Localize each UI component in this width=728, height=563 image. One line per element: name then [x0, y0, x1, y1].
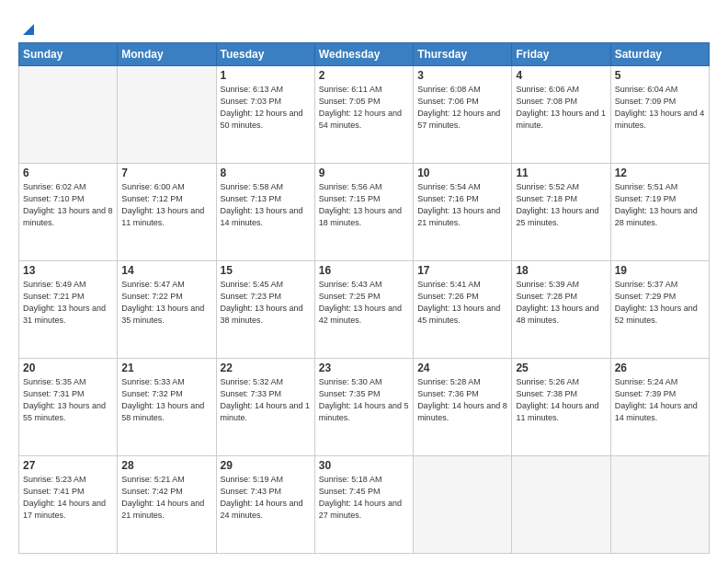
day-number: 11: [516, 167, 606, 179]
day-number: 7: [121, 167, 211, 179]
day-number: 15: [221, 264, 311, 277]
table-row: 3Sunrise: 6:08 AM Sunset: 7:06 PM Daylig…: [414, 66, 512, 164]
day-number: 23: [319, 362, 409, 374]
day-info: Sunrise: 5:35 AM Sunset: 7:31 PM Dayligh…: [23, 376, 113, 424]
table-row: 26Sunrise: 5:24 AM Sunset: 7:39 PM Dayli…: [610, 359, 709, 456]
day-info: Sunrise: 5:39 AM Sunset: 7:28 PM Dayligh…: [516, 279, 606, 327]
day-info: Sunrise: 5:49 AM Sunset: 7:21 PM Dayligh…: [23, 279, 113, 327]
table-row: [414, 456, 512, 554]
day-info: Sunrise: 6:06 AM Sunset: 7:08 PM Dayligh…: [516, 84, 606, 132]
day-number: 24: [417, 362, 507, 374]
day-info: Sunrise: 6:02 AM Sunset: 7:10 PM Dayligh…: [23, 181, 113, 229]
table-row: 19Sunrise: 5:37 AM Sunset: 7:29 PM Dayli…: [610, 261, 709, 359]
day-info: Sunrise: 5:45 AM Sunset: 7:23 PM Dayligh…: [221, 279, 311, 327]
day-info: Sunrise: 5:58 AM Sunset: 7:13 PM Dayligh…: [221, 181, 311, 229]
table-row: 29Sunrise: 5:19 AM Sunset: 7:43 PM Dayli…: [216, 456, 314, 554]
calendar-week-row: 1Sunrise: 6:13 AM Sunset: 7:03 PM Daylig…: [19, 66, 710, 164]
day-number: 30: [319, 459, 409, 472]
table-row: 30Sunrise: 5:18 AM Sunset: 7:45 PM Dayli…: [314, 456, 413, 554]
table-row: 20Sunrise: 5:35 AM Sunset: 7:31 PM Dayli…: [19, 359, 118, 456]
table-row: 18Sunrise: 5:39 AM Sunset: 7:28 PM Dayli…: [512, 261, 610, 359]
day-info: Sunrise: 5:23 AM Sunset: 7:41 PM Dayligh…: [23, 474, 113, 522]
calendar-header-row: Sunday Monday Tuesday Wednesday Thursday…: [19, 43, 710, 66]
day-number: 18: [516, 264, 606, 277]
logo: [18, 20, 36, 37]
table-row: 12Sunrise: 5:51 AM Sunset: 7:19 PM Dayli…: [610, 164, 709, 261]
day-number: 29: [221, 459, 311, 472]
table-row: 5Sunrise: 6:04 AM Sunset: 7:09 PM Daylig…: [610, 66, 709, 164]
header: [18, 17, 710, 37]
day-info: Sunrise: 5:26 AM Sunset: 7:38 PM Dayligh…: [516, 376, 606, 424]
day-number: 16: [319, 264, 409, 277]
table-row: 21Sunrise: 5:33 AM Sunset: 7:32 PM Dayli…: [118, 359, 216, 456]
table-row: 17Sunrise: 5:41 AM Sunset: 7:26 PM Dayli…: [414, 261, 512, 359]
table-row: 9Sunrise: 5:56 AM Sunset: 7:15 PM Daylig…: [314, 164, 413, 261]
table-row: [512, 456, 610, 554]
day-number: 17: [417, 264, 507, 277]
day-number: 27: [23, 459, 113, 472]
table-row: 8Sunrise: 5:58 AM Sunset: 7:13 PM Daylig…: [216, 164, 314, 261]
table-row: [19, 66, 118, 164]
table-row: 2Sunrise: 6:11 AM Sunset: 7:05 PM Daylig…: [314, 66, 413, 164]
day-info: Sunrise: 5:33 AM Sunset: 7:32 PM Dayligh…: [121, 376, 211, 424]
calendar-week-row: 6Sunrise: 6:02 AM Sunset: 7:10 PM Daylig…: [19, 164, 710, 261]
col-monday: Monday: [118, 43, 216, 66]
day-info: Sunrise: 5:47 AM Sunset: 7:22 PM Dayligh…: [121, 279, 211, 327]
day-number: 14: [121, 264, 211, 277]
day-number: 13: [23, 264, 113, 277]
col-sunday: Sunday: [19, 43, 118, 66]
table-row: 25Sunrise: 5:26 AM Sunset: 7:38 PM Dayli…: [512, 359, 610, 456]
calendar-table: Sunday Monday Tuesday Wednesday Thursday…: [18, 42, 710, 554]
col-thursday: Thursday: [414, 43, 512, 66]
day-number: 2: [319, 69, 409, 82]
day-number: 3: [417, 69, 507, 82]
day-number: 20: [23, 362, 113, 374]
day-number: 6: [23, 167, 113, 179]
table-row: 24Sunrise: 5:28 AM Sunset: 7:36 PM Dayli…: [414, 359, 512, 456]
day-info: Sunrise: 5:28 AM Sunset: 7:36 PM Dayligh…: [417, 376, 507, 424]
day-info: Sunrise: 5:32 AM Sunset: 7:33 PM Dayligh…: [221, 376, 311, 424]
day-number: 5: [615, 69, 705, 82]
table-row: 7Sunrise: 6:00 AM Sunset: 7:12 PM Daylig…: [118, 164, 216, 261]
calendar-week-row: 20Sunrise: 5:35 AM Sunset: 7:31 PM Dayli…: [19, 359, 710, 456]
col-tuesday: Tuesday: [216, 43, 314, 66]
day-info: Sunrise: 5:43 AM Sunset: 7:25 PM Dayligh…: [319, 279, 409, 327]
table-row: [610, 456, 709, 554]
day-info: Sunrise: 5:41 AM Sunset: 7:26 PM Dayligh…: [417, 279, 507, 327]
day-info: Sunrise: 5:37 AM Sunset: 7:29 PM Dayligh…: [615, 279, 705, 327]
day-number: 25: [516, 362, 606, 374]
col-wednesday: Wednesday: [314, 43, 413, 66]
table-row: 1Sunrise: 6:13 AM Sunset: 7:03 PM Daylig…: [216, 66, 314, 164]
day-info: Sunrise: 5:21 AM Sunset: 7:42 PM Dayligh…: [121, 474, 211, 522]
day-info: Sunrise: 5:24 AM Sunset: 7:39 PM Dayligh…: [615, 376, 705, 424]
day-info: Sunrise: 5:52 AM Sunset: 7:18 PM Dayligh…: [516, 181, 606, 229]
day-number: 12: [615, 167, 705, 179]
col-friday: Friday: [512, 43, 610, 66]
table-row: 10Sunrise: 5:54 AM Sunset: 7:16 PM Dayli…: [414, 164, 512, 261]
day-number: 10: [417, 167, 507, 179]
logo-triangle-icon: [21, 22, 36, 37]
day-number: 22: [221, 362, 311, 374]
day-number: 28: [121, 459, 211, 472]
day-info: Sunrise: 6:04 AM Sunset: 7:09 PM Dayligh…: [615, 84, 705, 132]
table-row: 6Sunrise: 6:02 AM Sunset: 7:10 PM Daylig…: [19, 164, 118, 261]
table-row: 15Sunrise: 5:45 AM Sunset: 7:23 PM Dayli…: [216, 261, 314, 359]
calendar-week-row: 27Sunrise: 5:23 AM Sunset: 7:41 PM Dayli…: [19, 456, 710, 554]
day-info: Sunrise: 6:11 AM Sunset: 7:05 PM Dayligh…: [319, 84, 409, 132]
day-number: 1: [221, 69, 311, 82]
page: Sunday Monday Tuesday Wednesday Thursday…: [0, 0, 728, 563]
day-number: 26: [615, 362, 705, 374]
table-row: [118, 66, 216, 164]
day-info: Sunrise: 6:08 AM Sunset: 7:06 PM Dayligh…: [417, 84, 507, 132]
day-number: 8: [221, 167, 311, 179]
day-info: Sunrise: 5:18 AM Sunset: 7:45 PM Dayligh…: [319, 474, 409, 522]
table-row: 11Sunrise: 5:52 AM Sunset: 7:18 PM Dayli…: [512, 164, 610, 261]
day-number: 4: [516, 69, 606, 82]
day-info: Sunrise: 5:51 AM Sunset: 7:19 PM Dayligh…: [615, 181, 705, 229]
day-info: Sunrise: 6:13 AM Sunset: 7:03 PM Dayligh…: [221, 84, 311, 132]
table-row: 13Sunrise: 5:49 AM Sunset: 7:21 PM Dayli…: [19, 261, 118, 359]
table-row: 14Sunrise: 5:47 AM Sunset: 7:22 PM Dayli…: [118, 261, 216, 359]
day-info: Sunrise: 5:54 AM Sunset: 7:16 PM Dayligh…: [417, 181, 507, 229]
day-info: Sunrise: 6:00 AM Sunset: 7:12 PM Dayligh…: [121, 181, 211, 229]
col-saturday: Saturday: [610, 43, 709, 66]
